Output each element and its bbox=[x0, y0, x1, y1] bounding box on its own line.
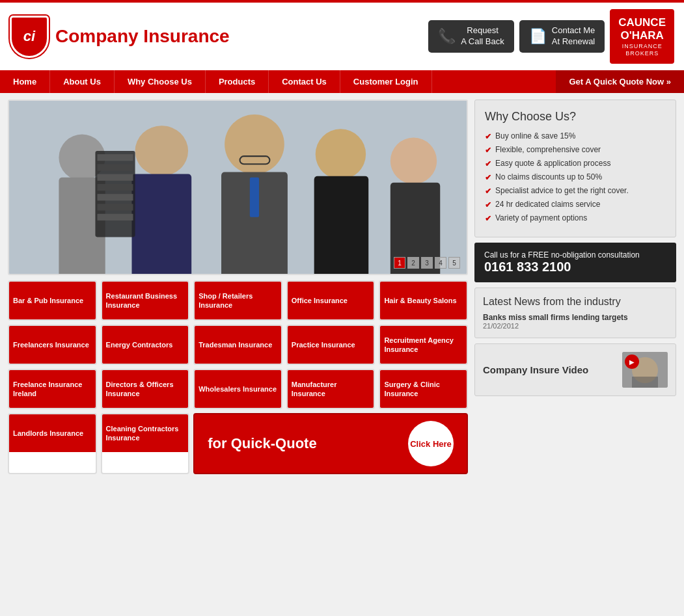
why-item-2: ✔ Flexible, comprehensive cover bbox=[485, 145, 666, 155]
logo-shield: ci bbox=[10, 16, 49, 58]
slide-dot-3[interactable]: 3 bbox=[421, 257, 433, 269]
product-freelance-ireland[interactable]: Freelance Insurance Ireland bbox=[8, 369, 97, 409]
svg-rect-17 bbox=[98, 184, 133, 191]
product-office[interactable]: Office Insurance bbox=[286, 280, 376, 321]
product-surgery[interactable]: Surgery & Clinic Insurance bbox=[379, 369, 468, 409]
product-landlords[interactable]: Landlords Insurance bbox=[8, 413, 97, 474]
quick-quote-nav[interactable]: Get A Quick Quote Now » bbox=[556, 70, 684, 93]
header: ci Company Insurance 📞 RequestA Call Bac… bbox=[0, 0, 684, 70]
product-grid: Bar & Pub Insurance Restaurant Business … bbox=[8, 280, 468, 474]
renewal-button[interactable]: 📄 Contact MeAt Renewal bbox=[519, 20, 605, 53]
renewal-label: Contact MeAt Renewal bbox=[552, 25, 595, 47]
logo-text: Company Insurance bbox=[55, 26, 230, 47]
product-tradesman[interactable]: Tradesman Insurance bbox=[193, 325, 282, 365]
slide-image bbox=[9, 101, 467, 274]
product-shop-retailers[interactable]: Shop / Retailers Insurance bbox=[193, 280, 282, 321]
nav: Home About Us Why Choose Us Products Con… bbox=[0, 70, 684, 93]
product-energy-contractors[interactable]: Energy Contractors bbox=[101, 325, 190, 365]
slide-indicators: 1 2 3 4 5 bbox=[394, 257, 460, 269]
product-practice[interactable]: Practice Insurance bbox=[286, 325, 376, 365]
caunce-line2: O'HARA bbox=[618, 29, 666, 42]
caunce-line1: CAUNCE bbox=[618, 16, 666, 29]
svg-point-8 bbox=[316, 129, 366, 180]
nav-products[interactable]: Products bbox=[206, 70, 269, 93]
latest-news: Latest News from the industry Banks miss… bbox=[474, 288, 676, 338]
product-cleaning[interactable]: Cleaning Contractors Insurance bbox=[101, 413, 190, 474]
checkmark-icon: ✔ bbox=[485, 187, 491, 196]
svg-rect-20 bbox=[98, 214, 133, 221]
why-item-5: ✔ Specialist advice to get the right cov… bbox=[485, 186, 666, 196]
svg-point-10 bbox=[390, 138, 437, 184]
checkmark-icon: ✔ bbox=[485, 214, 491, 223]
phone-number: 0161 833 2100 bbox=[484, 260, 571, 274]
header-buttons: 📞 RequestA Call Back 📄 Contact MeAt Rene… bbox=[428, 9, 674, 64]
slide-dot-1[interactable]: 1 bbox=[394, 257, 405, 269]
checkmark-icon: ✔ bbox=[485, 200, 491, 209]
checkmark-icon: ✔ bbox=[485, 173, 491, 182]
caunce-logo: CAUNCE O'HARA INSURANCE BROKERS bbox=[610, 9, 674, 64]
why-item-1: ✔ Buy online & save 15% bbox=[485, 131, 666, 141]
why-item-6: ✔ 24 hr dedicated claims service bbox=[485, 200, 666, 209]
checkmark-icon: ✔ bbox=[485, 132, 491, 141]
call-text: Call us for a FREE no-obligation consult… bbox=[484, 250, 640, 260]
nav-about[interactable]: About Us bbox=[50, 70, 115, 93]
caunce-line3: INSURANCE bbox=[618, 43, 666, 50]
product-hair-beauty[interactable]: Hair & Beauty Salons bbox=[379, 280, 468, 321]
call-box: Call us for a FREE no-obligation consult… bbox=[474, 243, 676, 282]
why-choose-title: Why Choose Us? bbox=[485, 110, 666, 124]
news-title-1: Banks miss small firms lending targets bbox=[483, 313, 668, 322]
nav-home[interactable]: Home bbox=[0, 70, 50, 93]
news-item-1: Banks miss small firms lending targets 2… bbox=[483, 313, 668, 330]
slide-dot-4[interactable]: 4 bbox=[435, 257, 446, 269]
svg-rect-14 bbox=[98, 154, 133, 161]
latest-news-title: Latest News from the industry bbox=[483, 296, 668, 308]
svg-rect-19 bbox=[98, 204, 133, 211]
video-thumbnail[interactable]: ▶ bbox=[622, 352, 668, 388]
video-label: Company Insure Video bbox=[483, 364, 616, 375]
product-recruitment[interactable]: Recruitment Agency Insurance bbox=[379, 325, 468, 365]
document-icon: 📄 bbox=[529, 28, 547, 45]
svg-rect-9 bbox=[314, 176, 369, 274]
product-directors[interactable]: Directors & Officers Insurance bbox=[101, 369, 190, 409]
main: 1 2 3 4 5 Bar & Pub Insurance Restaurant… bbox=[0, 93, 684, 481]
svg-rect-23 bbox=[632, 377, 658, 388]
checkmark-icon: ✔ bbox=[485, 146, 491, 155]
left-column: 1 2 3 4 5 Bar & Pub Insurance Restaurant… bbox=[8, 100, 468, 474]
product-freelancers[interactable]: Freelancers Insurance bbox=[8, 325, 97, 365]
slide-svg bbox=[9, 101, 467, 274]
product-bar-pub[interactable]: Bar & Pub Insurance bbox=[8, 280, 97, 321]
caunce-line4: BROKERS bbox=[618, 50, 666, 57]
callback-label: RequestA Call Back bbox=[461, 25, 504, 47]
logo-area: ci Company Insurance bbox=[10, 16, 230, 58]
svg-rect-18 bbox=[98, 194, 133, 201]
quick-quote-click-btn[interactable]: Click Here bbox=[408, 421, 454, 466]
why-item-4: ✔ No claims discounts up to 50% bbox=[485, 172, 666, 182]
slide-dot-5[interactable]: 5 bbox=[448, 257, 460, 269]
checkmark-icon: ✔ bbox=[485, 159, 491, 168]
phone-icon: 📞 bbox=[438, 28, 456, 45]
slideshow: 1 2 3 4 5 bbox=[8, 100, 468, 275]
product-wholesalers[interactable]: Wholesalers Insurance bbox=[193, 369, 282, 409]
nav-contact[interactable]: Contact Us bbox=[269, 70, 340, 93]
svg-point-5 bbox=[225, 114, 284, 174]
product-manufacturer[interactable]: Manufacturer Insurance bbox=[286, 369, 376, 409]
svg-rect-4 bbox=[131, 174, 191, 274]
news-date-1: 21/02/2012 bbox=[483, 322, 668, 330]
why-item-3: ✔ Easy quote & application process bbox=[485, 159, 666, 168]
callback-button[interactable]: 📞 RequestA Call Back bbox=[428, 20, 513, 53]
svg-rect-16 bbox=[98, 174, 133, 181]
right-column: Why Choose Us? ✔ Buy online & save 15% ✔… bbox=[474, 100, 676, 474]
product-restaurant[interactable]: Restaurant Business Insurance bbox=[101, 280, 190, 321]
click-here-label: Click Here bbox=[410, 439, 452, 449]
svg-rect-15 bbox=[98, 165, 133, 171]
video-box[interactable]: Company Insure Video ▶ bbox=[474, 343, 676, 396]
why-choose-box: Why Choose Us? ✔ Buy online & save 15% ✔… bbox=[474, 100, 676, 237]
nav-login[interactable]: Customer Login bbox=[340, 70, 432, 93]
why-item-7: ✔ Variety of payment options bbox=[485, 213, 666, 223]
svg-point-3 bbox=[135, 126, 189, 176]
svg-rect-7 bbox=[250, 178, 259, 217]
slide-dot-2[interactable]: 2 bbox=[407, 257, 419, 269]
nav-why[interactable]: Why Choose Us bbox=[115, 70, 206, 93]
quick-quote-text: for Quick-Quote bbox=[208, 435, 316, 452]
quick-quote-card[interactable]: for Quick-Quote Click Here bbox=[193, 413, 468, 474]
